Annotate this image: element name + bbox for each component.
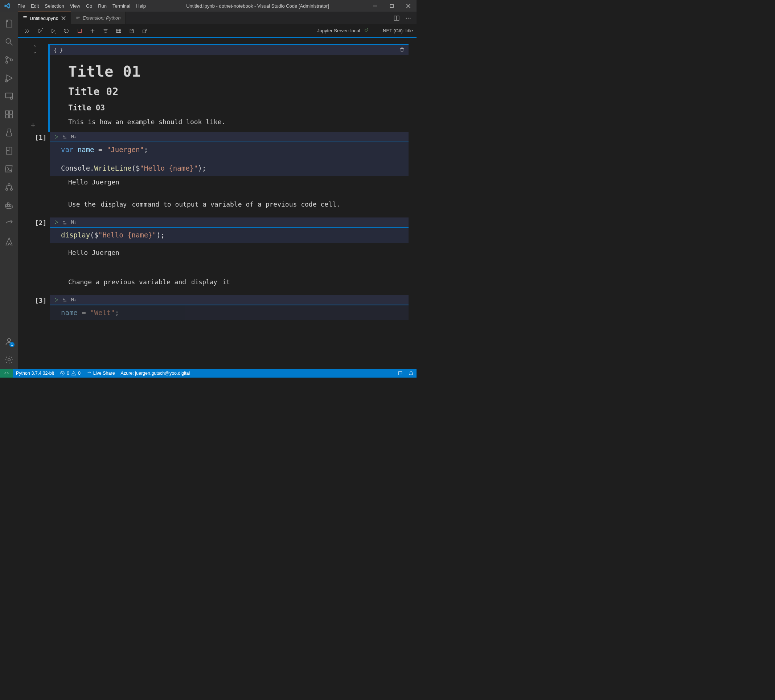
tab-label: Untitled.ipynb [30, 16, 58, 21]
tab-label: Extension: Python [83, 15, 121, 21]
markdown-h2: Title 02 [68, 86, 409, 98]
cell-toolbar: { } [50, 44, 409, 55]
notifications-icon[interactable] [406, 369, 417, 378]
markdown-toggle-icon[interactable]: M↓ [71, 297, 76, 302]
run-by-line-icon[interactable] [62, 134, 68, 139]
export-icon[interactable] [141, 27, 149, 35]
code-cell-1[interactable]: [1] M↓ var name = "Juergen"; Console.Wri… [18, 132, 417, 217]
save-icon[interactable] [128, 27, 136, 35]
main-menu: File Edit Selection View Go Run Terminal… [15, 1, 149, 11]
split-editor-icon[interactable] [392, 14, 401, 22]
extensions-icon[interactable] [0, 105, 18, 123]
menu-go[interactable]: Go [83, 1, 95, 11]
cell-toolbar: [2] M↓ [50, 217, 409, 228]
svg-rect-52 [131, 29, 132, 30]
interrupt-kernel-icon[interactable] [75, 27, 83, 35]
svg-rect-14 [5, 115, 9, 118]
restart-kernel-icon[interactable] [62, 27, 70, 35]
window-controls [366, 0, 417, 12]
python-interpreter[interactable]: Python 3.7.4 32-bit [13, 369, 57, 378]
accounts-icon[interactable]: 1 [0, 333, 18, 351]
clear-outputs-icon[interactable] [101, 27, 110, 35]
cell-output: Hello Juergen [50, 176, 409, 197]
run-cell-icon[interactable] [54, 220, 59, 225]
svg-rect-41 [78, 29, 81, 33]
close-button[interactable] [400, 0, 417, 12]
code-input[interactable]: display($"Hello {name}"); [50, 228, 409, 243]
run-cell-icon[interactable] [54, 297, 59, 302]
execution-count: [2] [35, 219, 47, 227]
remote-explorer-icon[interactable] [0, 87, 18, 105]
code-cell-2[interactable]: [2] M↓ display($"Hello {name}"); Hello J… [18, 217, 417, 295]
explorer-icon[interactable] [0, 15, 18, 33]
jupyter-server-label[interactable]: Jupyter Server: local [317, 28, 360, 33]
svg-point-38 [410, 18, 411, 18]
kernel-status-label[interactable]: .NET (C#): Idle [382, 28, 413, 33]
file-icon [75, 15, 81, 21]
add-cell-below-icon[interactable]: + [31, 120, 35, 130]
run-by-line-icon[interactable] [62, 220, 68, 225]
bookmarks-icon[interactable] [0, 142, 18, 160]
svg-point-36 [406, 18, 407, 18]
svg-point-17 [6, 188, 8, 190]
activity-bar: 1 [0, 12, 18, 369]
markdown-cell[interactable]: ⌃ ⌄ + { } Title 01 Title 02 [18, 44, 417, 132]
notebook-body[interactable]: ⌃ ⌄ + { } Title 01 Title 02 [18, 38, 417, 369]
live-share[interactable]: Live Share [83, 369, 118, 378]
code-input[interactable]: var name = "Juergen"; Console.WriteLine(… [50, 142, 409, 176]
maximize-button[interactable] [383, 0, 400, 12]
code-input[interactable]: name = "Welt"; [50, 305, 409, 321]
markdown-h3: Title 03 [68, 103, 409, 112]
feedback-icon[interactable] [395, 369, 406, 378]
svg-point-4 [6, 38, 10, 43]
powershell-icon[interactable] [0, 160, 18, 178]
markdown-toggle-icon[interactable]: M↓ [71, 134, 76, 139]
azure-account[interactable]: Azure: juergen.gutsch@yoo.digital [118, 369, 193, 378]
menu-edit[interactable]: Edit [28, 1, 42, 11]
cell-type-icon[interactable]: { } [54, 47, 63, 53]
menu-selection[interactable]: Selection [42, 1, 67, 11]
accounts-badge: 1 [10, 342, 15, 347]
menu-run[interactable]: Run [95, 1, 110, 11]
svg-rect-23 [8, 203, 9, 204]
settings-gear-icon[interactable] [0, 351, 18, 369]
run-above-icon[interactable] [36, 27, 44, 35]
azure-icon[interactable] [0, 232, 18, 250]
testing-icon[interactable] [0, 123, 18, 142]
menu-terminal[interactable]: Terminal [110, 1, 133, 11]
svg-point-6 [6, 57, 8, 58]
close-tab-icon[interactable] [61, 15, 67, 21]
run-debug-icon[interactable] [0, 69, 18, 87]
add-cell-icon[interactable] [88, 27, 96, 35]
references-icon[interactable] [0, 178, 18, 196]
cell-toolbar: [3] M↓ [50, 295, 409, 305]
svg-point-24 [8, 338, 11, 342]
run-cell-icon[interactable] [54, 134, 59, 139]
remote-indicator[interactable] [0, 369, 13, 378]
problems-indicator[interactable]: 0 0 [57, 369, 83, 378]
run-by-line-icon[interactable] [62, 297, 68, 302]
svg-point-7 [6, 62, 8, 63]
tab-untitled-notebook[interactable]: Untitled.ipynb [18, 12, 71, 24]
markdown-h1: Title 01 [68, 63, 409, 80]
code-cell-3[interactable]: [3] M↓ name = "Welt"; [18, 295, 417, 321]
source-control-icon[interactable] [0, 51, 18, 69]
svg-rect-22 [10, 205, 11, 206]
run-below-icon[interactable] [49, 27, 57, 35]
markdown-toggle-icon[interactable]: M↓ [71, 220, 76, 225]
variable-viewer-icon[interactable] [115, 27, 123, 35]
fold-down-icon[interactable]: ⌄ [33, 49, 37, 54]
share-icon[interactable] [0, 214, 18, 232]
menu-file[interactable]: File [15, 1, 28, 11]
cell-output: Hello Juergen [50, 243, 409, 275]
minimize-button[interactable] [366, 0, 383, 12]
search-icon[interactable] [0, 33, 18, 51]
menu-help[interactable]: Help [133, 1, 149, 11]
menu-view[interactable]: View [67, 1, 83, 11]
delete-cell-icon[interactable] [399, 47, 405, 54]
more-actions-icon[interactable] [404, 14, 412, 22]
tab-extension-python[interactable]: Extension: Python [71, 12, 126, 24]
docker-icon[interactable] [0, 196, 18, 214]
svg-rect-1 [390, 4, 393, 8]
run-all-icon[interactable] [23, 27, 31, 35]
